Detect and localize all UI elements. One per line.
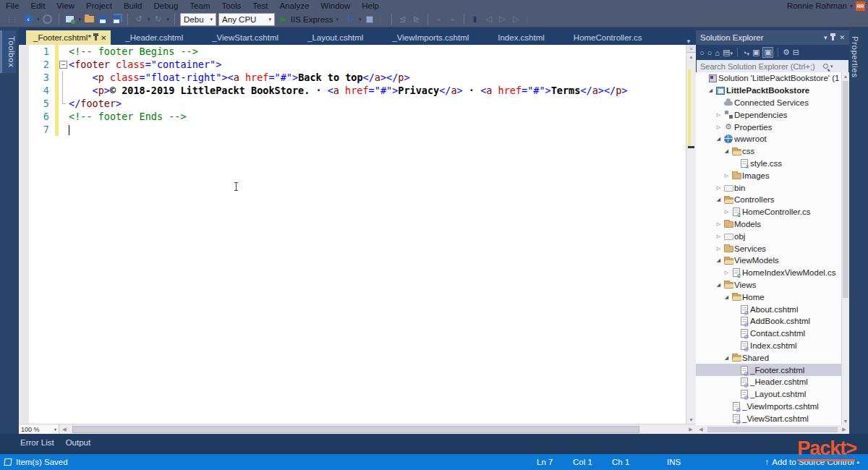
new-project-dropdown[interactable]: ▾	[79, 17, 82, 22]
user-account[interactable]: Ronnie Rahman ▾ RR	[787, 1, 868, 11]
tab--viewstart-cshtml[interactable]: _ViewStart.cshtml	[197, 30, 293, 45]
platform-select[interactable]: Any CPU▾	[218, 13, 275, 26]
pending-changes-filter-button[interactable]: ◔▾	[742, 48, 749, 57]
expanded-arrow-icon[interactable]: ◢	[723, 294, 731, 300]
tree-item--footer-cshtml[interactable]: _Footer.cshtml	[696, 364, 849, 376]
next-bookmark-button[interactable]: ▷	[497, 14, 509, 25]
tree-item--viewstart-cshtml[interactable]: _ViewStart.cshtml	[696, 412, 849, 424]
menu-item-help[interactable]: Help	[356, 0, 385, 12]
scroll-left-arrow[interactable]: ◀	[696, 427, 706, 432]
previous-bookmark-button[interactable]: ◁	[483, 14, 495, 25]
scrollbar-thumb[interactable]	[707, 427, 838, 432]
expanded-arrow-icon[interactable]: ◢	[715, 282, 723, 288]
close-icon[interactable]: ✕	[101, 34, 106, 42]
tree-item--header-cshtml[interactable]: _Header.cshtml	[696, 376, 849, 388]
tree-item--viewimports-cshtml[interactable]: _ViewImports.cshtml	[696, 401, 849, 413]
attach-button[interactable]	[364, 14, 375, 25]
menu-item-analyze[interactable]: Analyze	[273, 0, 315, 12]
se-back-button[interactable]: ○	[699, 48, 705, 57]
search-input[interactable]	[700, 62, 823, 71]
collapse-toggle[interactable]	[59, 58, 69, 71]
collapsed-arrow-icon[interactable]: ▷	[723, 209, 731, 215]
editor-horizontal-scrollbar[interactable]	[69, 424, 686, 435]
scroll-right-arrow[interactable]: ▶	[686, 427, 696, 432]
splitter-handle[interactable]: ≡	[686, 45, 696, 53]
avatar[interactable]: RR	[856, 1, 865, 11]
solution-search-box[interactable]: ▾	[697, 60, 848, 72]
toolbar-overflow[interactable]: ⋮	[378, 16, 383, 23]
se-forward-button[interactable]: ○	[707, 48, 712, 57]
scrollbar-thumb[interactable]	[843, 81, 848, 298]
expanded-arrow-icon[interactable]: ◢	[707, 87, 715, 93]
bookmark-button[interactable]: ▮	[469, 14, 481, 25]
undo-button[interactable]: ↺	[133, 14, 145, 25]
menu-item-test[interactable]: Test	[247, 0, 273, 12]
code-text[interactable]	[69, 123, 69, 136]
bottom-tab-error-list[interactable]: Error List	[14, 434, 60, 448]
close-icon[interactable]: ✕	[839, 34, 845, 41]
tree-item-images[interactable]: ▷Images	[696, 169, 849, 181]
tree-item-home[interactable]: ◢Home	[696, 291, 849, 303]
expanded-arrow-icon[interactable]: ◢	[715, 197, 723, 202]
refresh-dropdown[interactable]: ▾	[359, 17, 362, 22]
indent-decrease-button[interactable]: ⊴	[397, 14, 409, 25]
redo-dropdown[interactable]: ▾	[167, 17, 170, 22]
tab--layout-cshtml[interactable]: _Layout.cshtml	[293, 30, 378, 45]
navigate-back-button[interactable]: ‹	[22, 14, 34, 25]
collapsed-arrow-icon[interactable]: ▷	[723, 270, 731, 275]
expanded-arrow-icon[interactable]: ◢	[715, 136, 723, 142]
tree-item-properties[interactable]: ▷⚙Properties	[696, 121, 849, 133]
properties-wrench-button[interactable]: ⚙	[783, 48, 790, 57]
solution-explorer-titlebar[interactable]: Solution Explorer ▾ ✕	[696, 30, 849, 45]
collapsed-arrow-icon[interactable]: ▷	[715, 221, 723, 227]
tree-item-shared[interactable]: ◢Shared	[696, 351, 849, 364]
tree-item-addbook-cshtml[interactable]: AddBook.cshtml	[696, 315, 849, 328]
tree-item-littlepacktbookstore[interactable]: ◢LittlePacktBookstore	[696, 85, 849, 97]
tab-homecontroller-cs[interactable]: HomeController.cs	[559, 30, 657, 45]
collapsed-arrow-icon[interactable]: ▷	[715, 185, 723, 191]
navigate-back-dropdown[interactable]: ▾	[37, 17, 40, 22]
collapse-all-button[interactable]: ⊟	[793, 48, 799, 57]
pin-icon[interactable]	[95, 35, 97, 40]
scroll-left-arrow[interactable]: ◀	[59, 427, 69, 432]
collapsed-arrow-icon[interactable]: ▷	[715, 124, 723, 130]
tree-item-viewmodels[interactable]: ◢ViewModels	[696, 255, 849, 267]
tree-item-bin[interactable]: ▷bin	[696, 181, 849, 194]
tab-overflow-chevron[interactable]: ▼	[686, 38, 696, 45]
tab--viewimports-cshtml[interactable]: _ViewImports.cshtml	[378, 30, 483, 45]
open-file-button[interactable]	[83, 14, 95, 25]
tree-item-obj[interactable]: ▷obj	[696, 230, 849, 242]
editor-zoom-select[interactable]: 100 %▾	[19, 424, 59, 435]
scroll-up-arrow[interactable]: ▲	[686, 53, 696, 61]
debug-configuration-select[interactable]: Debu▾	[180, 13, 216, 26]
tree-item-views[interactable]: ◢Views	[696, 279, 849, 291]
code-text[interactable]: <!-- footer Begins -->	[69, 45, 198, 58]
code-text[interactable]: <footer class="container">	[69, 58, 221, 71]
toolbox-tab[interactable]: Toolbox	[0, 30, 16, 73]
tab--header-cshtml[interactable]: _Header.cshtml	[111, 30, 197, 45]
editor-vertical-scrollbar[interactable]: ≡ ▲ ▼	[686, 45, 696, 424]
menu-item-build[interactable]: Build	[118, 0, 148, 12]
expanded-arrow-icon[interactable]: ◢	[723, 148, 731, 154]
undo-dropdown[interactable]: ▾	[148, 17, 150, 22]
clear-bookmarks-button[interactable]: ▷	[511, 14, 522, 25]
tree-item-connected-services[interactable]: Connected Services	[696, 97, 849, 109]
tab-index-cshtml[interactable]: Index.cshtml	[483, 30, 559, 45]
tree-item-css[interactable]: ◢css	[696, 145, 849, 158]
scroll-right-arrow[interactable]: ▶	[839, 427, 849, 432]
search-icon[interactable]	[823, 64, 828, 69]
start-debugging-button[interactable]: ▶ IIS Express ▾	[277, 14, 342, 25]
collapsed-arrow-icon[interactable]: ▷	[715, 246, 723, 252]
breakpoint-margin[interactable]	[19, 45, 29, 424]
switch-views-button[interactable]: ▤▾	[723, 48, 733, 57]
tree-item-services[interactable]: ▷Services	[696, 242, 849, 255]
indent-increase-button[interactable]: ⊵	[411, 14, 422, 25]
scrollbar-thumb[interactable]	[72, 426, 639, 433]
se-horizontal-scrollbar[interactable]: ◀ ▶	[696, 425, 849, 434]
menu-item-project[interactable]: Project	[80, 0, 118, 12]
tree-item-homecontroller-cs[interactable]: ▷HomeController.cs	[696, 206, 849, 218]
chevron-down-icon[interactable]: ▾	[824, 34, 827, 41]
code-editor[interactable]: 1<!-- footer Begins -->2<footer class="c…	[19, 45, 696, 424]
tree-item-controllers[interactable]: ◢Controllers	[696, 194, 849, 206]
pin-icon[interactable]	[832, 35, 834, 40]
